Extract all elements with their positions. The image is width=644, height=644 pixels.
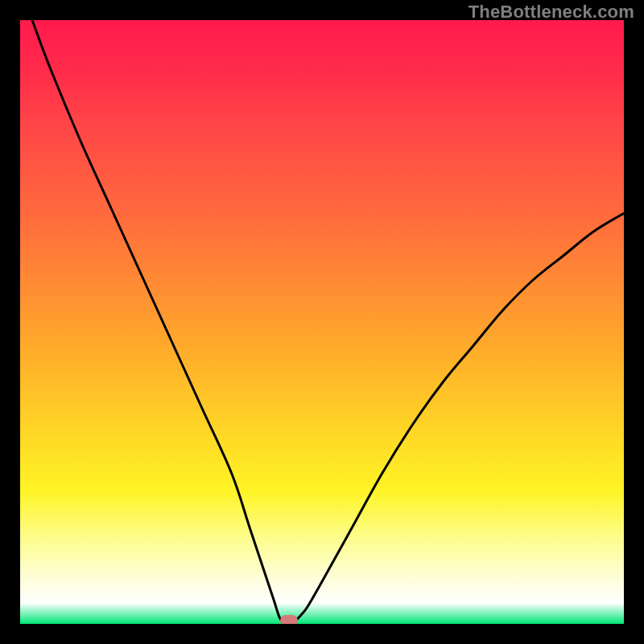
chart-frame: TheBottleneck.com bbox=[0, 0, 644, 644]
plot-area bbox=[20, 20, 624, 624]
bottleneck-curve bbox=[20, 20, 624, 624]
optimum-marker bbox=[280, 615, 298, 625]
